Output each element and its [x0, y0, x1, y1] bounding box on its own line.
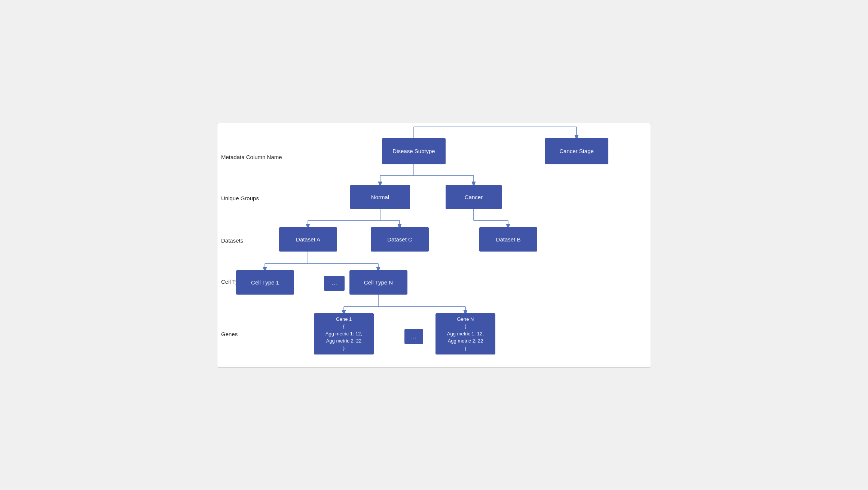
- node-ellipsis-gene: ...: [404, 329, 423, 344]
- node-gene-n: Gene N { Agg metric 1: 12, Agg metric 2:…: [435, 313, 495, 354]
- node-cell-type-n: Cell Type N: [349, 270, 407, 295]
- node-dataset-b: Dataset B: [479, 227, 537, 252]
- diagram-container: Metadata Column Name Unique Groups Datas…: [217, 123, 651, 368]
- label-genes: Genes: [221, 331, 238, 337]
- node-cell-type-1: Cell Type 1: [236, 270, 294, 295]
- node-disease-subtype: Disease Subtype: [382, 138, 446, 164]
- node-normal: Normal: [350, 185, 410, 209]
- node-dataset-c: Dataset C: [371, 227, 429, 252]
- node-ellipsis-celltype: ...: [324, 276, 345, 291]
- node-dataset-a: Dataset A: [279, 227, 337, 252]
- label-groups: Unique Groups: [221, 195, 259, 201]
- node-cancer: Cancer: [446, 185, 502, 209]
- node-gene-1: Gene 1 { Agg metric 1: 12, Agg metric 2:…: [314, 313, 374, 354]
- label-datasets: Datasets: [221, 237, 243, 244]
- node-cancer-stage: Cancer Stage: [545, 138, 608, 164]
- label-metadata: Metadata Column Name: [221, 154, 282, 160]
